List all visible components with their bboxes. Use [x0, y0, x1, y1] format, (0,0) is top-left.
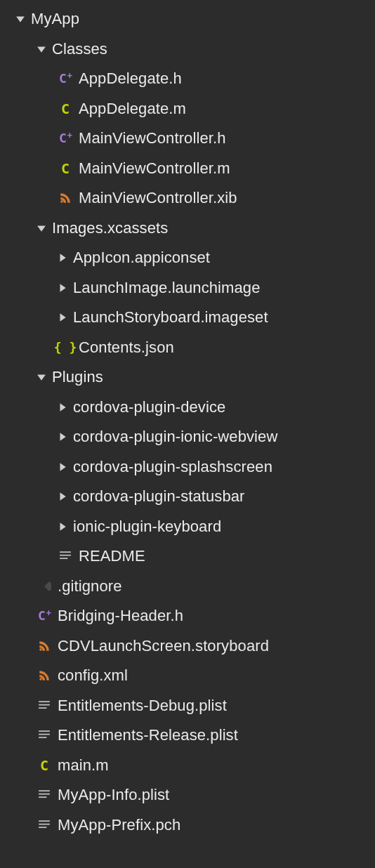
svg-rect-28 — [39, 820, 50, 822]
svg-rect-21 — [39, 707, 46, 709]
file-row[interactable]: README — [3, 541, 375, 572]
item-label: Entitlements-Release.plist — [58, 726, 238, 744]
text-file-icon — [37, 728, 52, 743]
chevron-down-icon[interactable] — [37, 372, 46, 382]
item-label: CDVLaunchScreen.storyboard — [58, 637, 269, 655]
file-row[interactable]: MainViewController.xib — [3, 183, 375, 213]
item-label: Bridging-Header.h — [58, 607, 183, 625]
item-label: AppIcon.appiconset — [73, 249, 210, 267]
file-row[interactable]: Cmain.m — [3, 751, 375, 781]
svg-rect-25 — [39, 791, 50, 792]
item-label: LaunchImage.launchimage — [73, 279, 260, 297]
chevron-right-icon[interactable] — [58, 283, 67, 293]
svg-rect-15 — [60, 558, 67, 560]
svg-point-17 — [39, 648, 42, 651]
chevron-down-icon[interactable] — [37, 44, 46, 54]
text-file-icon — [37, 698, 52, 714]
item-label: MainViewController.h — [79, 129, 225, 147]
svg-rect-14 — [60, 555, 71, 556]
chevron-down-icon[interactable] — [37, 223, 46, 233]
item-label: AppDelegate.h — [79, 70, 182, 88]
folder-row[interactable]: cordova-plugin-device — [3, 393, 375, 423]
folder-row[interactable]: LaunchImage.launchimage — [3, 273, 375, 303]
file-row[interactable]: CMainViewController.m — [3, 154, 375, 184]
chevron-right-icon[interactable] — [58, 462, 67, 472]
item-label: Entitlements-Debug.plist — [58, 697, 227, 715]
item-label: MainViewController.xib — [79, 189, 237, 207]
chevron-right-icon[interactable] — [58, 522, 67, 532]
svg-point-2 — [60, 201, 63, 204]
chevron-down-icon[interactable] — [15, 14, 25, 24]
svg-rect-24 — [39, 737, 46, 739]
svg-rect-29 — [39, 824, 50, 825]
svg-rect-23 — [39, 734, 50, 735]
chevron-right-icon[interactable] — [58, 432, 67, 442]
svg-marker-1 — [37, 46, 46, 52]
svg-marker-8 — [60, 403, 66, 412]
chevron-right-icon[interactable] — [58, 253, 67, 263]
file-row[interactable]: C+AppDelegate.h — [3, 64, 375, 94]
item-label: MyApp-Prefix.pch — [58, 816, 180, 834]
xml-file-icon — [37, 638, 52, 654]
item-label: cordova-plugin-statusbar — [73, 487, 245, 506]
item-label: Images.xcassets — [52, 219, 168, 237]
folder-row[interactable]: AppIcon.appiconset — [3, 243, 375, 273]
item-label: Contents.json — [79, 338, 174, 357]
item-label: Plugins — [52, 368, 103, 386]
folder-row[interactable]: cordova-plugin-splashscreen — [3, 452, 375, 482]
svg-marker-3 — [37, 225, 46, 231]
svg-marker-5 — [60, 284, 66, 292]
svg-marker-0 — [16, 17, 25, 22]
svg-point-18 — [39, 678, 42, 681]
file-row[interactable]: Entitlements-Debug.plist — [3, 691, 375, 721]
file-row[interactable]: C+MainViewController.h — [3, 124, 375, 154]
c-file-icon: C — [58, 161, 73, 176]
svg-marker-7 — [37, 375, 46, 381]
item-label: config.xml — [58, 666, 128, 685]
file-row[interactable]: { }Contents.json — [3, 333, 375, 363]
folder-row[interactable]: Images.xcassets — [3, 213, 375, 244]
file-row[interactable]: MyApp-Info.plist — [3, 780, 375, 810]
item-label: .gitignore — [58, 577, 122, 596]
svg-marker-11 — [60, 492, 66, 501]
folder-row[interactable]: cordova-plugin-statusbar — [3, 482, 375, 512]
svg-marker-6 — [60, 313, 66, 322]
file-row[interactable]: .gitignore — [3, 572, 375, 602]
folder-row[interactable]: Classes — [3, 34, 375, 65]
chevron-right-icon[interactable] — [58, 492, 67, 501]
c-file-icon: C — [58, 101, 73, 117]
file-row[interactable]: Entitlements-Release.plist — [3, 721, 375, 751]
header-file-icon: C+ — [58, 71, 73, 86]
text-file-icon — [37, 817, 52, 833]
file-row[interactable]: C+Bridging-Header.h — [3, 601, 375, 631]
folder-row[interactable]: Plugins — [3, 362, 375, 393]
item-label: cordova-plugin-splashscreen — [73, 458, 272, 476]
file-row[interactable]: config.xml — [3, 661, 375, 691]
svg-rect-30 — [39, 827, 46, 828]
header-file-icon: C+ — [37, 608, 52, 624]
git-file-icon — [37, 579, 52, 594]
chevron-right-icon[interactable] — [58, 402, 67, 412]
item-label: README — [79, 547, 145, 565]
svg-rect-27 — [39, 797, 46, 798]
folder-row[interactable]: MyApp — [3, 4, 375, 34]
folder-row[interactable]: ionic-plugin-keyboard — [3, 512, 375, 542]
folder-row[interactable]: LaunchStoryboard.imageset — [3, 303, 375, 333]
chevron-right-icon[interactable] — [58, 313, 67, 322]
item-label: AppDelegate.m — [79, 100, 186, 118]
file-row[interactable]: CAppDelegate.m — [3, 94, 375, 124]
svg-marker-12 — [60, 522, 66, 531]
c-file-icon: C — [37, 758, 52, 773]
file-row[interactable]: CDVLaunchScreen.storyboard — [3, 631, 375, 662]
svg-marker-9 — [60, 433, 66, 441]
svg-rect-22 — [39, 731, 50, 732]
file-row[interactable]: MyApp-Prefix.pch — [3, 810, 375, 841]
svg-marker-10 — [60, 463, 66, 471]
header-file-icon: C+ — [58, 131, 73, 146]
text-file-icon — [58, 548, 73, 564]
svg-rect-26 — [39, 794, 50, 795]
file-tree: MyAppClassesC+AppDelegate.hCAppDelegate.… — [0, 0, 375, 840]
folder-row[interactable]: cordova-plugin-ionic-webview — [3, 422, 375, 452]
json-file-icon: { } — [58, 340, 73, 355]
item-label: MainViewController.m — [79, 159, 230, 178]
